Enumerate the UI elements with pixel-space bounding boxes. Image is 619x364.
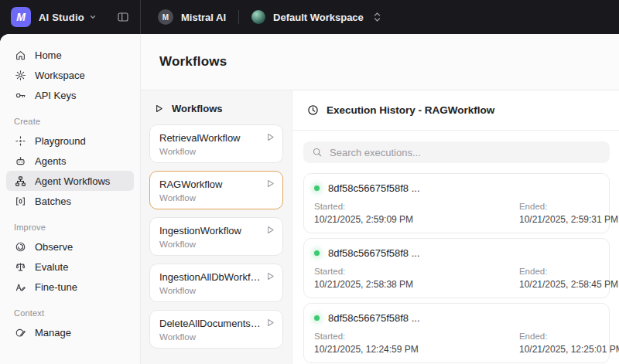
chevron-down-icon[interactable]: [89, 13, 97, 21]
workspace-switcher-icon[interactable]: [373, 12, 381, 22]
started-value: 10/21/2025, 2:59:09 PM: [314, 214, 519, 225]
gear-icon: [14, 69, 26, 81]
execution-id: 8df58c56675f58f8 ...: [328, 182, 420, 194]
sidebar-section-create: Create: [14, 117, 126, 126]
workflow-type: Workflow: [159, 332, 275, 342]
sidebar-item-label: Evalute: [35, 261, 68, 273]
workflow-name: RAGWorkflow: [159, 179, 275, 190]
org-name[interactable]: Mistral AI: [181, 12, 226, 23]
scales-icon: [14, 260, 26, 273]
run-workflow-icon[interactable]: [265, 225, 275, 235]
content-area: Home Workspace API Keys Create Playgrou: [0, 34, 619, 364]
run-workflow-icon[interactable]: [265, 179, 275, 189]
sidebar-item-label: Fine-tune: [35, 281, 77, 293]
sidebar-item-workspace[interactable]: Workspace: [6, 65, 134, 85]
sidebar-item-label: Agents: [35, 155, 66, 167]
ended-label: Ended:: [519, 267, 599, 276]
ended-value: 10/21/2025, 2:59:31 PM: [519, 214, 599, 225]
execution-history-panel: Execution History - RAGWorkflow: [292, 90, 619, 364]
sidebar-item-label: Batches: [35, 196, 71, 207]
workspace-name[interactable]: Default Workspace: [273, 12, 364, 23]
execution-entry[interactable]: 8df58c56675f58f8 ... Started: 10/21/2025…: [303, 173, 610, 233]
workflow-list-panel: Workflows RetrievalWorkflow Workflow RAG…: [141, 90, 292, 364]
top-bar: M AI Studio M Mistral AI Default Workspa…: [0, 0, 619, 34]
sidebar-item-label: Home: [35, 49, 62, 61]
sidebar-section-improve: Improve: [14, 223, 126, 232]
started-value: 10/21/2025, 12:24:59 PM: [314, 344, 519, 355]
execution-id: 8df58c56675f58f8 ...: [328, 312, 420, 324]
execution-entry[interactable]: 8df58c56675f58f8 ... Started: 10/21/2025…: [303, 238, 610, 298]
manage-icon: [14, 326, 26, 338]
topbar-left: M AI Studio: [0, 0, 141, 34]
playground-icon: [14, 134, 26, 147]
execution-id: 8df58c56675f58f8 ...: [328, 247, 420, 259]
sidebar: Home Workspace API Keys Create Playgrou: [0, 34, 141, 364]
sidebar-item-label: Manage: [35, 327, 71, 338]
page-header: Workflows: [141, 34, 619, 90]
mistral-logo[interactable]: M: [11, 7, 31, 27]
breadcrumb: M Mistral AI Default Workspace: [141, 9, 381, 25]
sidebar-item-label: Playground: [35, 135, 86, 147]
sidebar-item-label: Agent Workflows: [35, 175, 110, 187]
search-input[interactable]: [330, 147, 601, 158]
sidebar-item-manage[interactable]: Manage: [6, 322, 134, 342]
sidebar-item-evalute[interactable]: Evalute: [6, 257, 134, 277]
execution-history-title: Execution History - RAGWorkflow: [327, 104, 494, 116]
sidebar-item-home[interactable]: Home: [6, 45, 134, 65]
started-label: Started:: [314, 202, 519, 211]
workflow-icon: [14, 175, 26, 187]
main-area: Workflows Workflows RetrievalWorkflow Wo…: [141, 34, 619, 364]
org-avatar[interactable]: M: [158, 9, 173, 25]
sidebar-item-api-keys[interactable]: API Keys: [6, 85, 134, 105]
sidebar-item-fine-tune[interactable]: Fine-tune: [6, 277, 134, 297]
ended-label: Ended:: [519, 202, 599, 211]
key-icon: [14, 89, 26, 101]
app-name[interactable]: AI Studio: [39, 12, 84, 23]
sidebar-item-agent-workflows[interactable]: Agent Workflows: [6, 171, 134, 191]
sidebar-item-playground[interactable]: Playground: [6, 131, 134, 151]
workflow-name: RetrievalWorkflow: [159, 132, 275, 144]
sidebar-item-batches[interactable]: Batches: [6, 191, 134, 211]
workflow-list-header: Workflows: [149, 100, 283, 124]
ended-value: 10/21/2025, 2:58:45 PM: [519, 279, 599, 290]
workflow-name: DeleteAllDocumentsWo...: [159, 318, 275, 329]
play-icon: [154, 104, 164, 114]
sidebar-section-context: Context: [14, 308, 126, 318]
sidebar-item-label: API Keys: [35, 90, 76, 101]
sidebar-item-agents[interactable]: Agents: [6, 151, 134, 171]
execution-entry[interactable]: 8df58c56675f58f8 ... Started: 10/21/2025…: [303, 303, 610, 363]
fine-tune-icon: [14, 281, 26, 293]
run-workflow-icon[interactable]: [265, 271, 275, 281]
workspace-avatar[interactable]: [251, 10, 265, 24]
home-icon: [14, 49, 26, 61]
execution-history-header: Execution History - RAGWorkflow: [292, 90, 619, 131]
sidebar-item-observe[interactable]: Observe: [6, 236, 134, 257]
robot-icon: [14, 155, 26, 167]
workflow-name: IngestionAllDbWorkflow: [159, 271, 275, 283]
app-window: M AI Studio M Mistral AI Default Workspa…: [0, 0, 619, 364]
sidebar-item-label: Observe: [35, 241, 73, 253]
workflow-card[interactable]: RetrievalWorkflow Workflow: [149, 124, 283, 163]
workflow-type: Workflow: [159, 193, 275, 202]
observe-icon: [14, 240, 26, 253]
started-value: 10/21/2025, 2:58:38 PM: [314, 279, 519, 290]
status-success-dot: [314, 315, 320, 321]
search-icon: [312, 147, 323, 158]
started-label: Started:: [314, 267, 519, 276]
status-success-dot: [314, 250, 320, 256]
run-workflow-icon[interactable]: [265, 318, 275, 328]
workflow-type: Workflow: [159, 240, 275, 249]
breadcrumb-divider: [238, 10, 239, 24]
workflow-card-selected[interactable]: RAGWorkflow Workflow: [149, 171, 283, 209]
workflow-card[interactable]: IngestionAllDbWorkflow Workflow: [149, 264, 283, 302]
status-success-dot: [314, 185, 320, 191]
started-label: Started:: [314, 332, 519, 341]
workflow-card[interactable]: DeleteAllDocumentsWo... Workflow: [149, 310, 283, 349]
page-title: Workflows: [159, 54, 227, 70]
ended-label: Ended:: [519, 332, 599, 341]
run-workflow-icon[interactable]: [265, 132, 275, 142]
workflow-type: Workflow: [159, 147, 275, 156]
sidebar-toggle-icon[interactable]: [117, 11, 129, 23]
search-executions[interactable]: [303, 141, 610, 163]
workflow-card[interactable]: IngestionWorkflow Workflow: [149, 217, 283, 256]
